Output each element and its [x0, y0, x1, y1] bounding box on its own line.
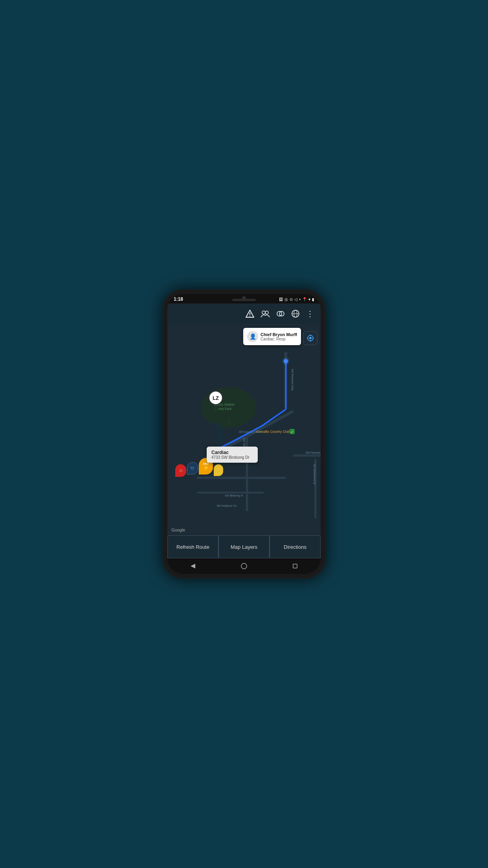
incident-popup: Cardiac 4733 SW Birdsong Dr — [207, 447, 258, 463]
svg-point-43 — [241, 563, 247, 569]
svg-text:SW Birdsong Dr: SW Birdsong Dr — [225, 494, 244, 497]
svg-text:✓: ✓ — [291, 430, 294, 434]
svg-text:SW Country Club Dr: SW Country Club Dr — [239, 430, 262, 434]
dot-icon: • — [299, 297, 301, 302]
svg-point-4 — [265, 311, 268, 314]
lz-pin — [215, 405, 216, 411]
globe-icon[interactable] — [291, 309, 300, 318]
popup-subtitle: Cardiac: Resp — [261, 337, 297, 341]
popup-name: Chief Bryon Murff — [261, 332, 297, 337]
svg-text:SW Research Way: SW Research Way — [291, 369, 294, 391]
bottom-buttons: Refresh Route Map Layers Directions — [167, 535, 321, 558]
location-button[interactable] — [303, 331, 317, 345]
popup-avatar: 👤 — [247, 331, 258, 342]
svg-point-34 — [282, 357, 290, 365]
svg-point-3 — [262, 311, 265, 314]
directions-button[interactable]: Directions — [270, 535, 321, 558]
gallery-icon: 🖼 — [279, 297, 283, 302]
map-layers-button[interactable]: Map Layers — [218, 535, 270, 558]
back-arrow-icon: ◁ — [294, 297, 297, 302]
google-watermark: Google — [171, 528, 185, 532]
red-marker: ⬡ — [175, 464, 186, 477]
location-icon: 📍 — [302, 297, 307, 302]
svg-text:SW Hollyhock Cir: SW Hollyhock Cir — [216, 504, 237, 508]
popup-content: Chief Bryon Murff Cardiac: Resp — [261, 332, 297, 341]
lz-label: LZ — [209, 391, 223, 405]
map-area[interactable]: Bruce Starker Arts Park Corvallis Countr… — [167, 324, 321, 535]
back-button[interactable] — [187, 560, 199, 572]
refresh-route-button[interactable]: Refresh Route — [167, 535, 218, 558]
status-time: 1:18 — [174, 296, 183, 302]
recents-button[interactable] — [289, 560, 301, 572]
battery-icon: ▮ — [312, 297, 314, 302]
lz-marker: LZ — [209, 391, 223, 411]
status-icons: 🖼 ◎ ⊙ ◁ • 📍 ▾ ▮ — [279, 297, 314, 302]
svg-rect-10 — [167, 333, 321, 526]
svg-marker-42 — [191, 564, 195, 568]
shield-marker: 🛡 — [187, 462, 198, 474]
group-icon[interactable] — [261, 309, 270, 318]
speaker — [232, 299, 256, 301]
android-nav-bar — [167, 558, 321, 574]
incident-address: 4733 SW Birdsong Dr — [211, 455, 253, 460]
settings-icon: ⊙ — [290, 297, 293, 302]
home-button[interactable] — [238, 560, 250, 572]
top-toolbar: ⋮ — [167, 303, 321, 324]
incident-title: Cardiac — [211, 450, 253, 455]
chat-icon[interactable] — [276, 309, 285, 318]
target-icon: ◎ — [284, 297, 288, 302]
phone-screen: 1:18 🖼 ◎ ⊙ ◁ • 📍 ▾ ▮ — [167, 294, 321, 574]
svg-text:SW Fairhaven Dr: SW Fairhaven Dr — [306, 451, 321, 454]
more-options-icon[interactable]: ⋮ — [306, 309, 314, 318]
phone-device: 1:18 🖼 ◎ ⊙ ◁ • 📍 ▾ ▮ — [163, 289, 325, 579]
alert-icon[interactable] — [246, 309, 254, 318]
wifi-icon: ▾ — [308, 297, 310, 302]
svg-point-2 — [250, 316, 250, 316]
svg-rect-44 — [293, 564, 297, 568]
pin-marker — [214, 464, 223, 476]
svg-point-37 — [309, 337, 312, 339]
svg-text:SW DeArmond Dr: SW DeArmond Dr — [313, 464, 316, 485]
info-popup: 👤 Chief Bryon Murff Cardiac: Resp — [243, 328, 301, 345]
